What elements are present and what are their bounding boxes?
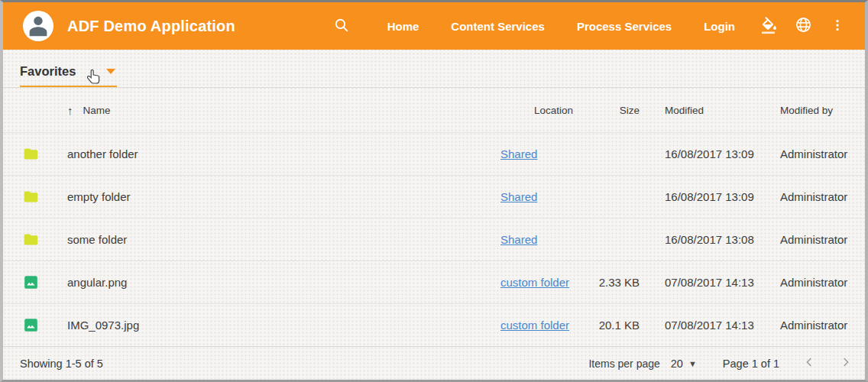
language-button[interactable] [795, 16, 812, 36]
file-modified: 16/08/2017 13:09 [640, 190, 775, 203]
sort-ascending-icon: ↑ [67, 104, 73, 117]
file-location-link[interactable]: Shared [500, 147, 537, 160]
view-tab-bar: Favorites [3, 50, 865, 88]
file-location-link[interactable]: Shared [500, 190, 537, 203]
file-location-cell: custom folder [500, 276, 573, 289]
file-location-link[interactable]: Shared [500, 233, 537, 246]
file-location-link[interactable]: custom folder [500, 276, 569, 289]
file-location-cell: Shared [500, 147, 573, 160]
file-modified: 16/08/2017 13:09 [640, 147, 775, 160]
items-per-page-value: 20 [671, 358, 683, 370]
nav-login[interactable]: Login [704, 20, 735, 33]
file-name[interactable]: angular.png [67, 276, 500, 289]
file-modified-by: Administrator [775, 147, 865, 160]
theme-picker-button[interactable] [760, 16, 778, 37]
paginator-controls: Items per page 20 ▼ Page 1 of 1 [588, 355, 853, 371]
column-header-name[interactable]: ↑ Name [67, 104, 500, 117]
file-name[interactable]: another folder [67, 147, 500, 160]
column-header-location[interactable]: Location [500, 105, 573, 116]
chevron-right-icon [839, 355, 853, 371]
row-type-icon-cell [23, 317, 67, 333]
file-modified: 07/08/2017 14:13 [640, 319, 775, 332]
table-row[interactable]: angular.png custom folder 2.33 KB 07/08/… [3, 261, 865, 303]
row-type-icon-cell [23, 231, 67, 248]
more-menu-button[interactable] [830, 17, 845, 36]
image-icon [23, 317, 39, 333]
file-size: 20.1 KB [573, 319, 640, 332]
file-name[interactable]: IMG_0973.jpg [67, 319, 500, 332]
column-header-modified-by[interactable]: Modified by [775, 105, 865, 116]
page-indicator: Page 1 of 1 [723, 358, 779, 370]
file-location-cell: custom folder [500, 319, 573, 332]
row-type-icon-cell [23, 189, 67, 205]
file-location-cell: Shared [500, 190, 573, 203]
user-avatar [23, 11, 53, 41]
file-name[interactable]: some folder [67, 233, 500, 246]
folder-icon [23, 146, 39, 162]
table-row[interactable]: IMG_0973.jpg custom folder 20.1 KB 07/08… [3, 303, 865, 346]
header-nav: Home Content Services Process Services L… [333, 16, 845, 37]
file-modified: 16/08/2017 13:08 [640, 233, 775, 246]
image-icon [23, 274, 39, 290]
file-table-body: another folder Shared 16/08/2017 13:09 A… [3, 132, 865, 346]
table-row[interactable]: some folder Shared 16/08/2017 13:08 Admi… [3, 218, 865, 261]
next-page-button[interactable] [839, 355, 853, 371]
table-header-row: ↑ Name Location Size Modified Modified b… [3, 88, 865, 132]
app-header: ADF Demo Application Home Content Servic… [3, 2, 865, 50]
app-title: ADF Demo Application [67, 18, 235, 35]
file-modified-by: Administrator [775, 233, 865, 246]
items-per-page-select[interactable]: 20 ▼ [671, 358, 697, 370]
column-header-size[interactable]: Size [573, 105, 640, 116]
items-per-page-label: Items per page [588, 358, 659, 370]
favorites-dropdown[interactable]: Favorites [20, 64, 117, 87]
previous-page-button[interactable] [802, 355, 816, 371]
file-modified: 07/08/2017 14:13 [640, 276, 775, 289]
favorites-label: Favorites [20, 64, 76, 79]
dropdown-caret-icon [106, 69, 115, 74]
column-header-modified[interactable]: Modified [640, 105, 775, 116]
paginator: Showing 1-5 of 5 Items per page 20 ▼ Pag… [3, 346, 865, 380]
folder-icon [23, 189, 39, 205]
row-type-icon-cell [23, 274, 67, 290]
nav-process-services[interactable]: Process Services [577, 20, 672, 33]
person-icon [25, 12, 51, 41]
file-modified-by: Administrator [775, 276, 865, 289]
search-button[interactable] [333, 17, 350, 36]
file-location-cell: Shared [500, 233, 573, 246]
folder-icon [23, 231, 39, 248]
globe-icon [795, 16, 812, 36]
file-modified-by: Administrator [775, 190, 865, 203]
table-row[interactable]: empty folder Shared 16/08/2017 13:09 Adm… [3, 175, 865, 218]
paint-bucket-icon [760, 16, 778, 37]
kebab-menu-icon [830, 17, 845, 36]
file-modified-by: Administrator [775, 319, 865, 332]
search-icon [333, 17, 350, 36]
nav-home[interactable]: Home [387, 20, 419, 33]
file-location-link[interactable]: custom folder [500, 319, 569, 332]
select-caret-icon: ▼ [688, 359, 697, 368]
showing-range-label: Showing 1-5 of 5 [20, 358, 103, 370]
file-size: 2.33 KB [573, 276, 640, 289]
row-type-icon-cell [23, 146, 67, 162]
table-row[interactable]: another folder Shared 16/08/2017 13:09 A… [3, 132, 865, 175]
nav-content-services[interactable]: Content Services [451, 20, 545, 33]
file-name[interactable]: empty folder [67, 190, 500, 203]
chevron-left-icon [802, 355, 816, 371]
app-window: ADF Demo Application Home Content Servic… [0, 0, 868, 382]
